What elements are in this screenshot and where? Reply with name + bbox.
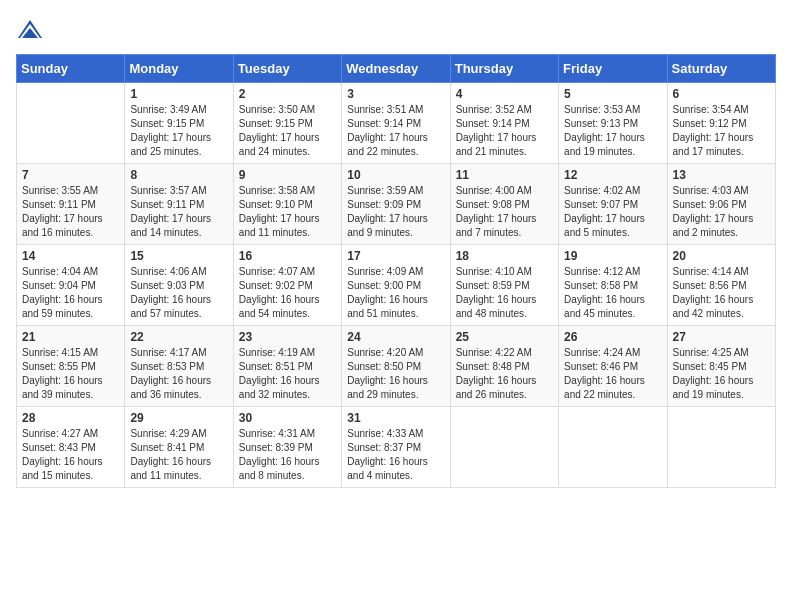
weekday-header-friday: Friday — [559, 55, 667, 83]
day-info: Sunrise: 3:55 AM Sunset: 9:11 PM Dayligh… — [22, 184, 119, 240]
day-number: 16 — [239, 249, 336, 263]
day-number: 11 — [456, 168, 553, 182]
day-cell: 29Sunrise: 4:29 AM Sunset: 8:41 PM Dayli… — [125, 407, 233, 488]
day-info: Sunrise: 4:02 AM Sunset: 9:07 PM Dayligh… — [564, 184, 661, 240]
weekday-header-monday: Monday — [125, 55, 233, 83]
day-number: 30 — [239, 411, 336, 425]
day-info: Sunrise: 4:27 AM Sunset: 8:43 PM Dayligh… — [22, 427, 119, 483]
day-cell: 28Sunrise: 4:27 AM Sunset: 8:43 PM Dayli… — [17, 407, 125, 488]
day-cell: 25Sunrise: 4:22 AM Sunset: 8:48 PM Dayli… — [450, 326, 558, 407]
day-cell — [667, 407, 775, 488]
day-cell: 8Sunrise: 3:57 AM Sunset: 9:11 PM Daylig… — [125, 164, 233, 245]
day-info: Sunrise: 4:00 AM Sunset: 9:08 PM Dayligh… — [456, 184, 553, 240]
day-info: Sunrise: 4:31 AM Sunset: 8:39 PM Dayligh… — [239, 427, 336, 483]
day-info: Sunrise: 4:22 AM Sunset: 8:48 PM Dayligh… — [456, 346, 553, 402]
day-number: 9 — [239, 168, 336, 182]
day-cell: 1Sunrise: 3:49 AM Sunset: 9:15 PM Daylig… — [125, 83, 233, 164]
week-row-5: 28Sunrise: 4:27 AM Sunset: 8:43 PM Dayli… — [17, 407, 776, 488]
day-cell: 14Sunrise: 4:04 AM Sunset: 9:04 PM Dayli… — [17, 245, 125, 326]
day-info: Sunrise: 3:59 AM Sunset: 9:09 PM Dayligh… — [347, 184, 444, 240]
day-cell: 2Sunrise: 3:50 AM Sunset: 9:15 PM Daylig… — [233, 83, 341, 164]
day-number: 21 — [22, 330, 119, 344]
day-number: 1 — [130, 87, 227, 101]
day-cell — [17, 83, 125, 164]
weekday-header-wednesday: Wednesday — [342, 55, 450, 83]
day-info: Sunrise: 4:07 AM Sunset: 9:02 PM Dayligh… — [239, 265, 336, 321]
day-number: 10 — [347, 168, 444, 182]
day-info: Sunrise: 4:12 AM Sunset: 8:58 PM Dayligh… — [564, 265, 661, 321]
day-number: 6 — [673, 87, 770, 101]
day-info: Sunrise: 4:20 AM Sunset: 8:50 PM Dayligh… — [347, 346, 444, 402]
day-info: Sunrise: 4:29 AM Sunset: 8:41 PM Dayligh… — [130, 427, 227, 483]
day-number: 26 — [564, 330, 661, 344]
day-info: Sunrise: 4:09 AM Sunset: 9:00 PM Dayligh… — [347, 265, 444, 321]
day-cell: 23Sunrise: 4:19 AM Sunset: 8:51 PM Dayli… — [233, 326, 341, 407]
week-row-4: 21Sunrise: 4:15 AM Sunset: 8:55 PM Dayli… — [17, 326, 776, 407]
day-number: 7 — [22, 168, 119, 182]
day-number: 5 — [564, 87, 661, 101]
weekday-header-row: SundayMondayTuesdayWednesdayThursdayFrid… — [17, 55, 776, 83]
day-cell: 3Sunrise: 3:51 AM Sunset: 9:14 PM Daylig… — [342, 83, 450, 164]
header — [16, 16, 776, 44]
day-cell: 9Sunrise: 3:58 AM Sunset: 9:10 PM Daylig… — [233, 164, 341, 245]
day-number: 8 — [130, 168, 227, 182]
day-cell: 6Sunrise: 3:54 AM Sunset: 9:12 PM Daylig… — [667, 83, 775, 164]
day-cell: 5Sunrise: 3:53 AM Sunset: 9:13 PM Daylig… — [559, 83, 667, 164]
day-number: 28 — [22, 411, 119, 425]
day-number: 2 — [239, 87, 336, 101]
day-cell: 20Sunrise: 4:14 AM Sunset: 8:56 PM Dayli… — [667, 245, 775, 326]
week-row-1: 1Sunrise: 3:49 AM Sunset: 9:15 PM Daylig… — [17, 83, 776, 164]
day-number: 14 — [22, 249, 119, 263]
day-cell: 17Sunrise: 4:09 AM Sunset: 9:00 PM Dayli… — [342, 245, 450, 326]
day-info: Sunrise: 4:14 AM Sunset: 8:56 PM Dayligh… — [673, 265, 770, 321]
day-number: 24 — [347, 330, 444, 344]
day-cell: 30Sunrise: 4:31 AM Sunset: 8:39 PM Dayli… — [233, 407, 341, 488]
day-cell: 10Sunrise: 3:59 AM Sunset: 9:09 PM Dayli… — [342, 164, 450, 245]
day-number: 25 — [456, 330, 553, 344]
weekday-header-sunday: Sunday — [17, 55, 125, 83]
day-number: 27 — [673, 330, 770, 344]
day-cell: 13Sunrise: 4:03 AM Sunset: 9:06 PM Dayli… — [667, 164, 775, 245]
day-cell: 12Sunrise: 4:02 AM Sunset: 9:07 PM Dayli… — [559, 164, 667, 245]
day-cell: 16Sunrise: 4:07 AM Sunset: 9:02 PM Dayli… — [233, 245, 341, 326]
logo-icon — [16, 16, 44, 44]
day-cell: 7Sunrise: 3:55 AM Sunset: 9:11 PM Daylig… — [17, 164, 125, 245]
day-info: Sunrise: 4:24 AM Sunset: 8:46 PM Dayligh… — [564, 346, 661, 402]
day-number: 19 — [564, 249, 661, 263]
day-cell: 27Sunrise: 4:25 AM Sunset: 8:45 PM Dayli… — [667, 326, 775, 407]
day-info: Sunrise: 3:57 AM Sunset: 9:11 PM Dayligh… — [130, 184, 227, 240]
day-number: 22 — [130, 330, 227, 344]
day-info: Sunrise: 3:53 AM Sunset: 9:13 PM Dayligh… — [564, 103, 661, 159]
day-cell: 22Sunrise: 4:17 AM Sunset: 8:53 PM Dayli… — [125, 326, 233, 407]
day-number: 13 — [673, 168, 770, 182]
day-info: Sunrise: 4:15 AM Sunset: 8:55 PM Dayligh… — [22, 346, 119, 402]
day-number: 12 — [564, 168, 661, 182]
day-info: Sunrise: 3:50 AM Sunset: 9:15 PM Dayligh… — [239, 103, 336, 159]
day-info: Sunrise: 4:10 AM Sunset: 8:59 PM Dayligh… — [456, 265, 553, 321]
day-info: Sunrise: 4:04 AM Sunset: 9:04 PM Dayligh… — [22, 265, 119, 321]
day-info: Sunrise: 4:19 AM Sunset: 8:51 PM Dayligh… — [239, 346, 336, 402]
day-cell — [450, 407, 558, 488]
weekday-header-thursday: Thursday — [450, 55, 558, 83]
calendar-table: SundayMondayTuesdayWednesdayThursdayFrid… — [16, 54, 776, 488]
day-cell: 31Sunrise: 4:33 AM Sunset: 8:37 PM Dayli… — [342, 407, 450, 488]
day-cell: 26Sunrise: 4:24 AM Sunset: 8:46 PM Dayli… — [559, 326, 667, 407]
week-row-2: 7Sunrise: 3:55 AM Sunset: 9:11 PM Daylig… — [17, 164, 776, 245]
day-number: 18 — [456, 249, 553, 263]
day-number: 4 — [456, 87, 553, 101]
day-info: Sunrise: 4:17 AM Sunset: 8:53 PM Dayligh… — [130, 346, 227, 402]
day-number: 15 — [130, 249, 227, 263]
weekday-header-tuesday: Tuesday — [233, 55, 341, 83]
day-info: Sunrise: 4:06 AM Sunset: 9:03 PM Dayligh… — [130, 265, 227, 321]
day-cell — [559, 407, 667, 488]
day-cell: 4Sunrise: 3:52 AM Sunset: 9:14 PM Daylig… — [450, 83, 558, 164]
day-cell: 11Sunrise: 4:00 AM Sunset: 9:08 PM Dayli… — [450, 164, 558, 245]
day-number: 31 — [347, 411, 444, 425]
weekday-header-saturday: Saturday — [667, 55, 775, 83]
day-info: Sunrise: 3:54 AM Sunset: 9:12 PM Dayligh… — [673, 103, 770, 159]
week-row-3: 14Sunrise: 4:04 AM Sunset: 9:04 PM Dayli… — [17, 245, 776, 326]
day-info: Sunrise: 4:25 AM Sunset: 8:45 PM Dayligh… — [673, 346, 770, 402]
day-number: 20 — [673, 249, 770, 263]
day-number: 29 — [130, 411, 227, 425]
day-cell: 18Sunrise: 4:10 AM Sunset: 8:59 PM Dayli… — [450, 245, 558, 326]
